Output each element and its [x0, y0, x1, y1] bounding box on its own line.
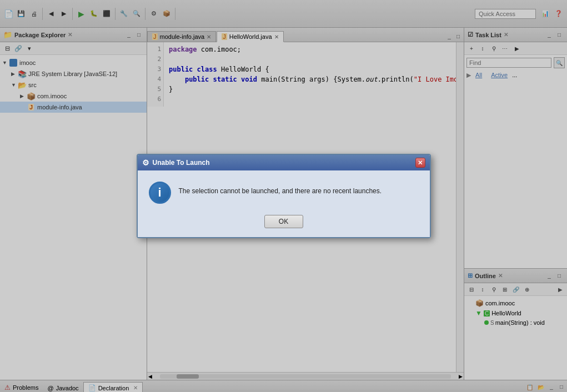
dialog-message: The selection cannot be launched, and th… — [179, 182, 382, 196]
dialog-ok-button[interactable]: OK — [264, 215, 303, 228]
dialog-title-label: Unable To Launch — [153, 159, 210, 167]
dialog-body: i The selection cannot be launched, and … — [138, 170, 430, 237]
dialog-info-icon: i — [149, 182, 171, 204]
dialog-title-icon: ⚙ — [142, 158, 149, 167]
dialog-message-area: i The selection cannot be launched, and … — [149, 182, 419, 204]
modal-overlay[interactable]: ⚙ Unable To Launch ✕ i The selection can… — [0, 0, 567, 392]
dialog-close-button[interactable]: ✕ — [415, 158, 425, 168]
unable-to-launch-dialog: ⚙ Unable To Launch ✕ i The selection can… — [137, 154, 431, 238]
dialog-title: ⚙ Unable To Launch — [142, 158, 210, 167]
dialog-buttons: OK — [149, 215, 419, 228]
dialog-title-bar: ⚙ Unable To Launch ✕ — [138, 155, 430, 170]
